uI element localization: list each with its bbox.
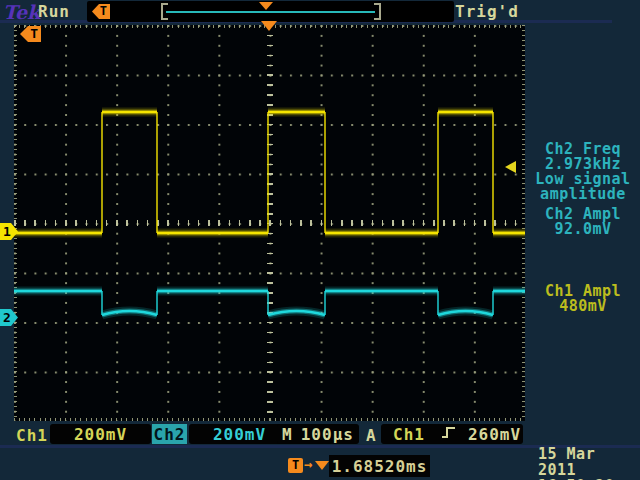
oscilloscope-screen: Tek Run Trig'd T T 1 2 Ch2 Freq 2.973kHz… — [0, 0, 640, 480]
measurement-ch2-ampl: Ch2 Ampl 92.0mV — [527, 207, 639, 237]
record-trigger-t-icon: T — [92, 4, 110, 19]
trigger-arrow-icon: → — [304, 456, 312, 472]
record-window-right-bracket-icon — [374, 3, 381, 20]
ch2-scale-readout: 200mV — [189, 424, 290, 444]
measurement-ch1-ampl: Ch1 Ampl 480mV — [527, 284, 639, 314]
trigger-level-value: 260mV — [468, 425, 521, 444]
ch2-selected-label: Ch2 — [152, 424, 187, 444]
trigger-position-triangle-icon — [261, 21, 277, 31]
waveforms-svg — [14, 25, 525, 421]
measurement-value: 480mV — [527, 299, 639, 314]
trigger-t-icon: T — [288, 458, 303, 473]
timebase-readout: M 100µs — [277, 424, 359, 444]
trigger-type-label: A — [366, 426, 377, 445]
measurement-ch2-freq: Ch2 Freq 2.973kHz Low signal amplitude — [527, 142, 639, 202]
graticule — [14, 25, 525, 421]
record-view-bar: T — [87, 1, 454, 22]
timebase-label: M — [282, 425, 293, 444]
record-window-left-bracket-icon — [161, 3, 168, 20]
timebase-value: 100µs — [301, 425, 354, 444]
ch1-label: Ch1 — [16, 426, 48, 445]
ch1-scale-readout: 200mV — [50, 424, 151, 444]
acquisition-state-label: Run — [38, 2, 70, 21]
trigger-level-arrow-icon — [505, 161, 516, 173]
trigger-position-readout: 1.68520ms — [329, 455, 430, 477]
trigger-readout: Ch1 260mV — [381, 424, 523, 444]
tek-logo: Tek — [3, 1, 40, 23]
date-label: 15 Mar 2011 — [538, 446, 640, 478]
trigger-status-label: Trig'd — [455, 2, 519, 21]
measurement-value: 92.0mV — [527, 222, 639, 237]
rising-edge-icon — [441, 425, 456, 444]
trigger-source: Ch1 — [393, 425, 425, 444]
record-line — [166, 11, 375, 13]
datetime-readout: 15 Mar 2011 16:50:20 — [538, 446, 640, 480]
trigger-triangle-icon — [315, 461, 329, 470]
measurement-warning: amplitude — [527, 187, 639, 202]
record-trigger-position-icon — [259, 2, 273, 10]
